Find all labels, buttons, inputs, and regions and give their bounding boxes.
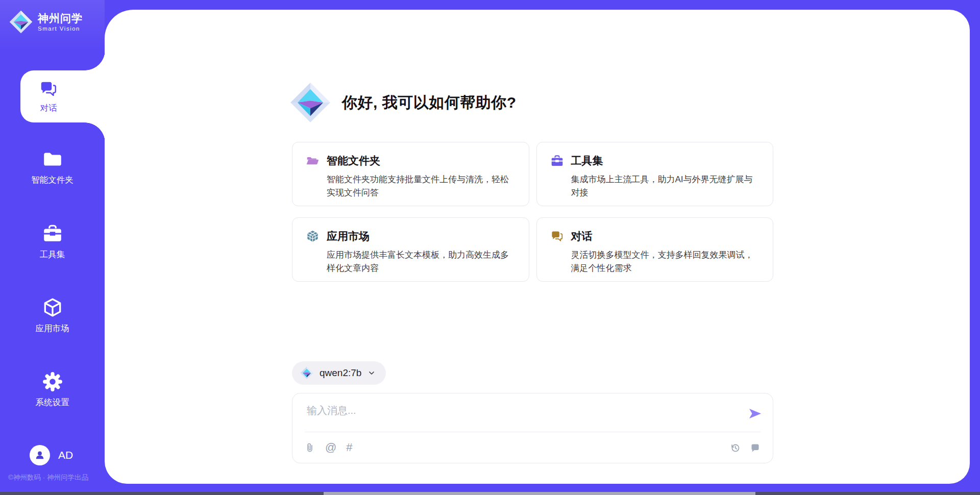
folder-icon (42, 148, 63, 170)
copyright-text: ©神州数码 · 神州问学出品 (8, 473, 88, 482)
toolbox-icon (42, 223, 63, 244)
history-icon[interactable] (730, 442, 741, 453)
card-title: 应用市场 (327, 229, 370, 243)
card-title: 智能文件夹 (327, 154, 380, 168)
sidebar-item-chat[interactable]: 对话 (20, 70, 105, 122)
message-input[interactable] (306, 403, 734, 429)
greeting: 你好, 我可以如何帮助你? (290, 82, 517, 123)
user-avatar-icon (34, 449, 46, 461)
comment-icon[interactable] (750, 442, 761, 453)
content-column: 你好, 我可以如何帮助你? 智能文件夹 智能文件夹功能支持批量文件上传与清洗，轻… (292, 10, 773, 484)
card-description: 灵活切换多模型文件，支持多样回复效果调试，满足个性化需求 (571, 249, 760, 275)
sidebar-item-toolset[interactable]: 工具集 (0, 223, 105, 260)
user-initials: AD (58, 449, 73, 461)
card-app-market[interactable]: 应用市场 应用市场提供丰富长文本模板，助力高效生成多样化文章内容 (292, 217, 529, 282)
greeting-title: 你好, 我可以如何帮助你? (342, 92, 517, 113)
horizontal-scrollbar-track (0, 492, 980, 495)
brand-subtitle: Smart Vision (38, 26, 83, 32)
chat-icon (39, 80, 58, 99)
logo-diamond-icon (290, 82, 331, 123)
app-root: { "brand": { "name": "神州问学", "subtitle":… (0, 0, 980, 495)
folder-open-icon (306, 154, 320, 168)
card-description: 智能文件夹功能支持批量文件上传与清洗，轻松实现文件问答 (327, 173, 516, 199)
composer-toolbar: @ # (305, 432, 761, 463)
toolbox-icon (550, 154, 564, 168)
logo-diamond-icon (9, 10, 33, 34)
card-description: 应用市场提供丰富长文本模板，助力高效生成多样化文章内容 (327, 249, 516, 275)
paperclip-icon[interactable] (305, 442, 315, 453)
sidebar-item-label: 智能文件夹 (31, 175, 74, 186)
card-title: 对话 (571, 229, 593, 243)
cube-icon (42, 297, 63, 318)
send-icon (748, 407, 762, 421)
hash-icon[interactable]: # (346, 442, 352, 453)
mention-icon[interactable]: @ (325, 442, 336, 453)
sidebar-item-settings[interactable]: 系统设置 (0, 371, 105, 408)
sidebar-item-label: 应用市场 (36, 323, 69, 334)
chat-icon (550, 230, 564, 243)
card-title: 工具集 (571, 154, 603, 168)
sidebar-item-label: 对话 (40, 103, 57, 114)
sidebar-item-label: 系统设置 (36, 397, 69, 408)
model-selector[interactable]: qwen2:7b (292, 361, 386, 385)
card-smart-folder[interactable]: 智能文件夹 智能文件夹功能支持批量文件上传与清洗，轻松实现文件问答 (292, 142, 529, 206)
card-description: 集成市场上主流工具，助力AI与外界无缝扩展与对接 (571, 173, 760, 199)
sidebar-item-label: 工具集 (40, 249, 65, 260)
send-button[interactable] (747, 407, 763, 422)
card-toolset[interactable]: 工具集 集成市场上主流工具，助力AI与外界无缝扩展与对接 (536, 142, 774, 206)
card-chat[interactable]: 对话 灵活切换多模型文件，支持多样回复效果调试，满足个性化需求 (536, 217, 774, 282)
feature-cards: 智能文件夹 智能文件夹功能支持批量文件上传与清洗，轻松实现文件问答 工具集 集成… (292, 142, 773, 282)
main-panel: 你好, 我可以如何帮助你? 智能文件夹 智能文件夹功能支持批量文件上传与清洗，轻… (105, 10, 970, 484)
message-composer: @ # (292, 393, 773, 463)
brand-logo: 神州问学 Smart Vision (9, 10, 83, 34)
model-name: qwen2:7b (320, 367, 361, 379)
sidebar-item-smart-folder[interactable]: 智能文件夹 (0, 148, 105, 186)
logo-diamond-icon (300, 366, 313, 380)
cube-grid-icon (306, 230, 320, 243)
chevron-down-icon (368, 369, 376, 377)
gear-icon (42, 371, 63, 392)
user-profile[interactable]: AD (30, 445, 73, 465)
sidebar-item-app-market[interactable]: 应用市场 (0, 297, 105, 334)
brand-name: 神州问学 (38, 12, 83, 24)
horizontal-scrollbar-thumb[interactable] (324, 492, 755, 495)
avatar (30, 445, 50, 465)
